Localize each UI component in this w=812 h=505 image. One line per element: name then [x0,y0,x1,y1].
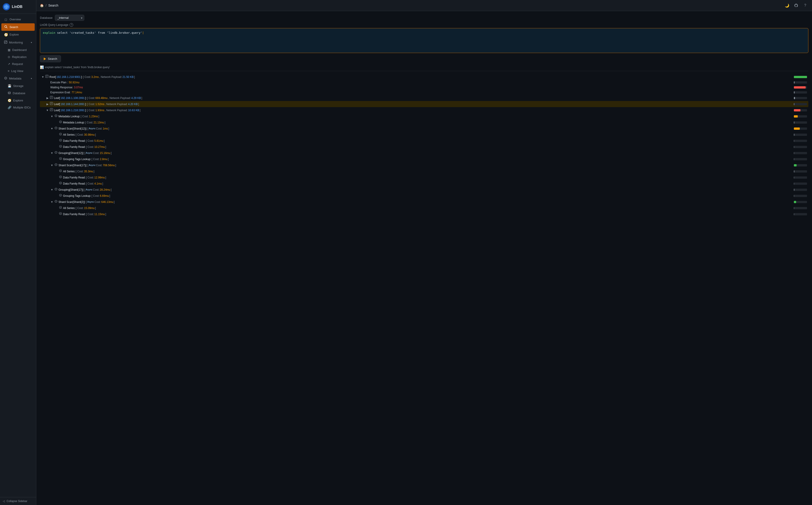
svg-line-5 [7,27,7,28]
tree-row-meta-lookup-1: Metadata Lookup: [ Cost: 21.13mu ] [40,119,808,126]
database-label: Database [40,16,52,19]
svg-point-47 [55,188,57,190]
database-select[interactable]: _internal [55,15,84,21]
tree-row-dfr-12b: Data Family Read: [ Cost: 10.27mu ] [40,144,808,150]
query-plan-tree: ▼ Root[192.168.1.218:9001]: [ Cost: 3.2m… [40,74,808,217]
tree-row-waiting: Waiting Response: 3.07ms [40,85,808,90]
meta-lookup-icon [54,114,57,119]
dashboard-icon: ▦ [8,48,10,52]
root-bar [794,76,807,78]
tree-row-dfr-12a: Data Family Read: [ Cost: 5.81mu ] [40,138,808,144]
tree-row-dfr-17a: Data Family Read: [ Cost: 12.99mu ] [40,174,808,180]
sidebar-item-replication[interactable]: ⊙ Replication [1,54,35,60]
logo: LinDB [0,0,36,14]
sidebar-item-dashboard[interactable]: ▦ Dashboard [1,47,35,53]
nav: ◻ Overview Search 🧭 Explore [0,14,36,497]
monitoring-chevron-icon: ▾ [31,41,32,44]
nav-group-monitoring: Monitoring ▾ ▦ Dashboard ⊙ Replication ↗… [0,38,36,74]
topbar: 🏠 / Search 🌙 ? [36,0,812,11]
sidebar-item-explore[interactable]: 🧭 Explore [1,31,35,38]
tree-row-leaf3[interactable]: ▼ Leaf[192.168.1.218:2891]: [ Cost: 1.93… [40,107,808,113]
tree-row-shard-scan-12[interactable]: ▼ Shard Scan[Shard(12)]: [ Async Cost: 1… [40,126,808,132]
tree-row-leaf2[interactable]: ▶ Leaf[192.168.1.144:2891]: [ Cost: 1.52… [40,101,808,107]
root-node-icon [45,75,48,79]
meta-lookup-text: Metadata Lookup: [ Cost: 1.23ms ] [59,114,794,119]
tree-row-grouping-17[interactable]: ▼ Grouping[Shard(17)]: [ Async Cost: 28.… [40,187,808,193]
svg-point-8 [5,78,6,78]
sidebar-item-request[interactable]: ↗ Request [1,61,35,67]
leaf2-toggle[interactable]: ▶ [46,103,49,106]
waiting-bar [794,86,807,89]
svg-point-54 [60,213,61,214]
meta-lookup-toggle[interactable]: ▼ [50,115,53,118]
meta-lookup-1-text: Metadata Lookup: [ Cost: 21.13mu ] [63,121,794,125]
content-area: Database _internal LinDB Query Language … [36,11,812,505]
svg-point-44 [60,177,61,177]
svg-point-52 [60,207,61,208]
page-title: Search [48,4,58,7]
explore-icon: 🧭 [4,33,8,36]
svg-point-39 [60,158,61,159]
tree-row-grouping-tags-17: Grouping Tags Lookup: [ Cost: 6.69mu ] [40,193,808,199]
github-button[interactable] [793,2,799,9]
home-icon[interactable]: 🏠 [40,4,44,7]
linql-help-button[interactable]: ? [70,23,73,27]
collapse-sidebar-button[interactable]: ◁ Collapse Sidebar [0,497,36,505]
svg-point-42 [60,171,61,171]
sidebar-item-overview[interactable]: ◻ Overview [1,16,35,23]
sidebar: LinDB ◻ Overview Search 🧭 Explore [0,0,36,505]
explore-meta-icon: 🧭 [8,99,11,102]
logo-icon [3,3,10,10]
svg-point-49 [60,195,61,196]
shard-scan-12-icon [54,126,57,131]
tree-row-shard-scan-17[interactable]: ▼ Shard Scan[Shard(17)]: [ Async Cost: 7… [40,162,808,168]
sidebar-item-search[interactable]: Search [1,23,35,31]
search-icon [4,25,8,29]
sidebar-item-logview[interactable]: ≡ Log View [1,68,35,74]
database-icon [8,91,11,95]
svg-point-36 [60,146,61,147]
sidebar-item-storage[interactable]: 💾 Storage [1,82,35,89]
root-toggle[interactable]: ▼ [41,75,44,78]
monitoring-group-header[interactable]: Monitoring ▾ [1,39,35,46]
leaf1-node-icon [50,96,53,100]
metadata-icon [4,76,7,80]
leaf3-toggle[interactable]: ▼ [46,109,49,112]
sidebar-item-multiple-idcs[interactable]: 🔗 Multiple IDCs [1,104,35,111]
chart-icon: 📊 [40,65,44,69]
tree-row-grouping-12[interactable]: ▼ Grouping[Shard(12)]: [ Async Cost: 15.… [40,150,808,156]
expr-eval-bar [794,91,807,94]
storage-icon: 💾 [8,84,11,88]
leaf3-bar [794,109,807,112]
tree-row-expr-eval: Expression Eval: 77.14mu [40,90,808,95]
tree-row-shard-scan-2[interactable]: ▼ Shard Scan[Shard(2)]: [ Async Cost: 64… [40,199,808,205]
sidebar-item-database[interactable]: Database [1,90,35,97]
shard-scan-12-text: Shard Scan[Shard(12)]: [ Async Cost: 1ms… [59,127,794,131]
svg-point-27 [56,116,56,116]
leaf2-node-text: Leaf[192.168.1.144:2891]: [ Cost: 1.52ms… [54,102,794,106]
main-content: 🏠 / Search 🌙 ? Database _internal [36,0,812,505]
svg-point-9 [8,92,10,93]
search-button[interactable]: Search [40,55,61,62]
root-node-text: Root[192.168.1.218:9001]: [ Cost: 3.2ms … [49,75,794,79]
tree-row-leaf1[interactable]: ▶ Leaf[192.168.1.108:2891]: [ Cost: 669.… [40,95,808,101]
query-editor[interactable]: explain select 'created_tasks' from 'lin… [40,28,808,53]
sidebar-item-explore-meta[interactable]: 🧭 Explore [1,97,35,104]
tree-row-exec-plan: Execute Plan : 50.92mu [40,80,808,85]
leaf1-toggle[interactable]: ▶ [46,97,49,100]
database-select-wrapper[interactable]: _internal [55,15,84,21]
leaf1-bar [794,97,807,99]
leaf3-node-icon [50,108,53,112]
metadata-group-header[interactable]: Metadata ▾ [1,75,35,82]
help-button[interactable]: ? [802,2,808,9]
shard-scan-12-toggle[interactable]: ▼ [50,127,53,130]
result-label: 📊 explain select 'created_tasks' from 'l… [40,65,808,71]
svg-point-46 [60,183,61,183]
dark-mode-button[interactable]: 🌙 [784,2,790,9]
svg-point-40 [55,164,57,166]
leaf2-node-icon [50,102,53,106]
tree-row-all-series-12: All Series: [ Cost: 30.98mu ] [40,132,808,138]
tree-row-root[interactable]: ▼ Root[192.168.1.218:9001]: [ Cost: 3.2m… [40,74,808,80]
multiple-idcs-icon: 🔗 [8,106,11,109]
tree-row-meta-lookup-group[interactable]: ▼ Metadata Lookup: [ Cost: 1.23ms ] [40,113,808,119]
